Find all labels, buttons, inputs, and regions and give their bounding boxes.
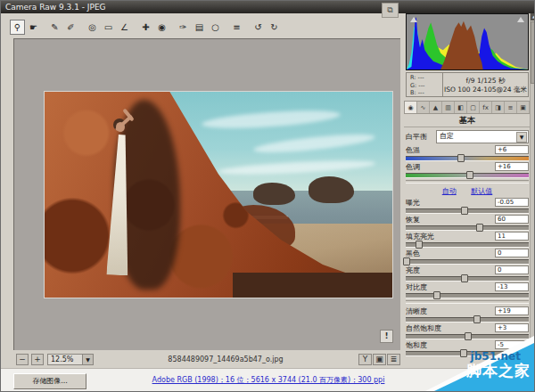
hand-tool[interactable]: ☛ bbox=[26, 20, 41, 35]
tab-effects[interactable]: fx bbox=[480, 102, 492, 113]
rotate-left-button[interactable]: ↺ bbox=[251, 20, 266, 35]
temperature-value-input[interactable]: +6 bbox=[495, 145, 529, 154]
brightness-label: 亮度 bbox=[406, 265, 420, 275]
red-eye-tool[interactable]: ◉ bbox=[154, 20, 169, 35]
exposure-value-input[interactable]: -0.05 bbox=[495, 198, 529, 207]
white-balance-tool[interactable]: ✎ bbox=[47, 20, 62, 35]
graduated-filter-tool[interactable]: ▤ bbox=[192, 20, 207, 35]
vibrance-label: 自然饱和度 bbox=[406, 323, 441, 333]
tint-slider-handle[interactable] bbox=[466, 171, 473, 179]
warning-icon: ! bbox=[384, 331, 388, 340]
exposure-slider-handle[interactable] bbox=[461, 207, 468, 215]
chevron-down-icon[interactable]: ▼ bbox=[516, 132, 527, 143]
contrast-slider-handle[interactable] bbox=[433, 291, 440, 299]
contrast-slider-track[interactable] bbox=[406, 293, 529, 298]
blacks-label: 黑色 bbox=[406, 249, 420, 258]
window-titlebar[interactable]: Camera Raw 9.3.1 - JPEG bbox=[1, 1, 535, 13]
blacks-slider-handle[interactable] bbox=[403, 257, 410, 265]
radial-filter-tool[interactable]: ○ bbox=[208, 20, 223, 35]
split-view-button[interactable]: Y bbox=[358, 354, 372, 365]
recovery-slider-handle[interactable] bbox=[476, 224, 483, 232]
exif-readout: f/9 1/125 秒 ISO 100 24-105@24 毫米 bbox=[443, 73, 528, 96]
color-sampler-tool[interactable]: ✐ bbox=[63, 20, 78, 35]
fill-light-slider-handle[interactable] bbox=[416, 241, 423, 249]
tab-basic[interactable]: ◉ bbox=[405, 102, 417, 113]
histogram-plot bbox=[407, 14, 528, 69]
slider-temperature: 色温+6 bbox=[406, 145, 529, 160]
basic-panel-controls: 白平衡 自定 ▼ 色温+6色调+16 自动 默认值 曝光-0.05恢复60填充亮… bbox=[406, 129, 529, 357]
adjustments-panel: R: --- G: --- B: --- f/9 1/125 秒 ISO 100… bbox=[400, 13, 535, 368]
slider-blacks: 黑色0 bbox=[406, 249, 529, 264]
process-version-warning[interactable]: ! bbox=[380, 330, 393, 343]
scroll-down-arrow[interactable]: ▼ bbox=[531, 355, 535, 363]
vibrance-slider-track[interactable] bbox=[406, 334, 529, 339]
saturation-slider-track[interactable] bbox=[406, 351, 529, 356]
highlight-clipping-toggle[interactable] bbox=[517, 17, 524, 22]
photo-foreground-rocks bbox=[233, 273, 392, 298]
tab-hsl-grayscale[interactable]: ▥ bbox=[442, 102, 455, 113]
vibrance-slider-handle[interactable] bbox=[465, 332, 472, 340]
preferences-button[interactable]: ≡ bbox=[229, 20, 244, 35]
contrast-value-input[interactable]: -13 bbox=[495, 282, 529, 291]
brightness-value-input[interactable]: 0 bbox=[495, 265, 529, 274]
tab-snapshots[interactable]: ▣ bbox=[517, 102, 530, 113]
straighten-tool[interactable]: ∠ bbox=[117, 20, 132, 35]
tab-detail[interactable]: ▲ bbox=[430, 102, 442, 113]
auto-link[interactable]: 自动 bbox=[442, 187, 457, 195]
brightness-slider-handle[interactable] bbox=[461, 274, 468, 282]
blacks-slider-track[interactable] bbox=[406, 259, 529, 265]
tab-split-toning[interactable]: ◧ bbox=[455, 102, 467, 113]
image-info-box: R: --- G: --- B: --- f/9 1/125 秒 ISO 100… bbox=[406, 72, 529, 97]
default-link[interactable]: 默认值 bbox=[471, 187, 492, 195]
blacks-value-input[interactable]: 0 bbox=[495, 249, 529, 257]
b-readout: B: --- bbox=[410, 89, 442, 97]
slider-clarity: 清晰度+19 bbox=[406, 306, 529, 322]
clarity-slider-handle[interactable] bbox=[473, 315, 481, 323]
fill-light-slider-track[interactable] bbox=[406, 242, 529, 248]
recovery-slider-track[interactable] bbox=[406, 225, 529, 231]
brightness-slider-track[interactable] bbox=[406, 276, 529, 282]
targeted-adjustment-tool[interactable]: ◎ bbox=[85, 20, 100, 35]
shadow-clipping-toggle[interactable] bbox=[410, 17, 417, 22]
tab-lens-corrections[interactable]: ▢ bbox=[467, 102, 480, 113]
menu-button[interactable]: ≣ bbox=[387, 354, 400, 365]
zoom-in-button[interactable]: + bbox=[31, 354, 44, 365]
zoom-out-button[interactable]: − bbox=[16, 354, 29, 365]
exposure-label: 曝光 bbox=[406, 198, 420, 208]
tint-slider-track[interactable] bbox=[406, 173, 529, 178]
recovery-value-input[interactable]: 60 bbox=[495, 215, 529, 224]
saturation-slider-handle[interactable] bbox=[460, 349, 467, 357]
clarity-slider-track[interactable] bbox=[406, 317, 529, 323]
exposure-slider-track[interactable] bbox=[406, 208, 529, 214]
temperature-label: 色温 bbox=[406, 145, 420, 155]
panel-scrollbar[interactable]: ▲ ▼ bbox=[530, 13, 535, 363]
clarity-value-input[interactable]: +19 bbox=[495, 306, 529, 315]
zoom-level-select[interactable]: 12.5% bbox=[47, 354, 83, 365]
temperature-slider-track[interactable] bbox=[406, 156, 529, 161]
tab-camera-calibration[interactable]: ◨ bbox=[492, 102, 505, 113]
tint-value-input[interactable]: +16 bbox=[495, 162, 529, 171]
slider-fill-light: 填充亮光11 bbox=[406, 232, 529, 247]
workflow-options-link[interactable]: Adobe RGB (1998)；16 位；5616 x 3744 (21.0 … bbox=[1, 375, 535, 385]
vibrance-value-input[interactable]: +3 bbox=[495, 323, 529, 332]
temperature-slider-handle[interactable] bbox=[457, 154, 465, 162]
preview-button[interactable]: ▣ bbox=[373, 354, 386, 365]
image-canvas[interactable]: ! bbox=[13, 38, 400, 350]
saturation-value-input[interactable]: -5 bbox=[495, 340, 529, 349]
spot-removal-tool[interactable]: ✚ bbox=[138, 20, 153, 35]
preview-photo[interactable] bbox=[44, 91, 393, 298]
divider bbox=[406, 180, 529, 184]
presence-sliders: 清晰度+19自然饱和度+3饱和度-5 bbox=[406, 306, 529, 355]
zoom-tool[interactable]: ⚲ bbox=[10, 20, 25, 35]
rotate-right-button[interactable]: ↻ bbox=[267, 20, 282, 35]
tab-tone-curve[interactable]: ∿ bbox=[417, 102, 430, 113]
scrollbar-thumb[interactable] bbox=[531, 21, 535, 84]
tab-presets[interactable]: ≡ bbox=[505, 102, 517, 113]
adjustment-brush-tool[interactable]: ✑ bbox=[176, 20, 191, 35]
scroll-up-arrow[interactable]: ▲ bbox=[531, 13, 535, 20]
toggle-fullscreen-button[interactable]: ⧉ bbox=[382, 3, 399, 18]
fill-light-value-input[interactable]: 11 bbox=[495, 232, 529, 241]
zoom-dropdown-arrow[interactable]: ▼ bbox=[83, 354, 94, 365]
crop-tool[interactable]: ▭ bbox=[101, 20, 116, 35]
white-balance-select[interactable]: 自定 ▼ bbox=[436, 130, 529, 143]
